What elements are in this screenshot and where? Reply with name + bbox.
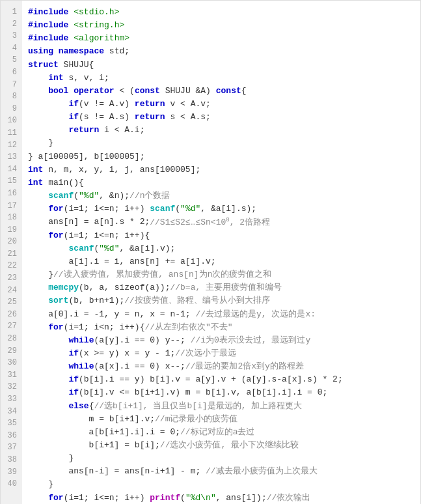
code-line: m = b[i+1].v;//m记录最小的疲劳值	[28, 413, 415, 426]
line-number: 3	[3, 30, 17, 42]
line-number: 18	[3, 212, 17, 224]
line-number: 7	[3, 79, 17, 91]
line-number: 9	[3, 103, 17, 115]
code-line: if(b[i].v <= b[i+1].v) m = b[i].v, a[b[i…	[28, 386, 415, 399]
line-number: 13	[3, 151, 17, 163]
code-line: for(i=1; i<=n; i++) printf("%d\n", ans[i…	[28, 492, 415, 504]
line-number: 6	[3, 66, 17, 79]
line-number: 16	[3, 188, 17, 200]
code-line: sort(b, b+n+1);//按疲劳值、路程、编号从小到大排序	[28, 294, 415, 307]
line-number: 39	[3, 466, 17, 479]
line-number: 26	[3, 309, 17, 321]
code-line: struct SHUJU{	[28, 59, 415, 72]
line-number: 11	[3, 127, 17, 139]
line-number: 34	[3, 406, 17, 418]
line-number-gutter: 1234567891011121314151617181920212223242…	[1, 1, 21, 504]
code-line: int main(){	[28, 176, 415, 189]
line-number: 22	[3, 260, 17, 272]
line-number: 20	[3, 236, 17, 248]
code-line: #include <string.h>	[28, 19, 415, 32]
code-line: bool operator < (const SHUJU &A) const{	[28, 85, 415, 98]
line-number: 37	[3, 441, 17, 454]
code-line: for(i=1; i<n; i++){//从左到右依次"不去"	[28, 321, 415, 334]
line-number: 10	[3, 115, 17, 127]
line-number: 38	[3, 454, 17, 466]
code-line: }	[28, 137, 415, 150]
line-number: 12	[3, 139, 17, 152]
line-number: 35	[3, 417, 17, 430]
line-number: 27	[3, 320, 17, 333]
line-number: 8	[3, 91, 17, 103]
code-line: for(i=1; i<=n; i++) scanf("%d", &a[i].s)…	[28, 203, 415, 216]
code-line: while(a[y].i == 0) y--; //i为0表示没去过, 最远到过…	[28, 334, 415, 347]
line-number: 4	[3, 42, 17, 55]
code-line: #include <algorithm>	[28, 32, 415, 45]
code-content: #include <stdio.h>#include <string.h>#in…	[21, 1, 420, 504]
code-line: int s, v, i;	[28, 72, 415, 85]
code-line: }	[28, 478, 415, 491]
line-number: 29	[3, 345, 17, 357]
line-number: 31	[3, 369, 17, 382]
code-line: else{//选b[i+1], 当且仅当b[i]是最远的, 加上路程更大	[28, 400, 415, 413]
code-line: a[i].i = i, ans[n] += a[i].v;	[28, 255, 415, 268]
line-number: 17	[3, 200, 17, 212]
code-line: }	[28, 452, 415, 465]
code-line: for(i=1; i<=n; i++){	[28, 229, 415, 242]
code-line: scanf("%d", &a[i].v);	[28, 242, 415, 255]
code-line: a[0].i = -1, y = n, x = n-1; //去过最远的是y, …	[28, 308, 415, 321]
code-line: } a[100005], b[100005];	[28, 150, 415, 163]
line-number: 14	[3, 163, 17, 176]
line-number: 5	[3, 54, 17, 66]
code-line: if(v != A.v) return v < A.v;	[28, 98, 415, 111]
code-line: ans[n] = a[n].s * 2;//S1≤S2≤…≤Sn<108, 2倍…	[28, 216, 415, 229]
code-line: #include <stdio.h>	[28, 6, 415, 19]
code-line: if(b[i].i == y) b[i].v = a[y].v + (a[y].…	[28, 373, 415, 386]
line-number: 15	[3, 175, 17, 188]
code-line: if(x >= y) x = y - 1;//次远小于最远	[28, 347, 415, 360]
code-line: memcpy(b, a, sizeof(a));//b=a, 主要用疲劳值和编号	[28, 281, 415, 294]
line-number: 21	[3, 248, 17, 260]
line-number: 23	[3, 272, 17, 285]
code-window: 1234567891011121314151617181920212223242…	[0, 0, 421, 504]
line-number: 32	[3, 381, 17, 393]
code-line: ans[n-i] = ans[n-i+1] - m; //减去最小疲劳值为上次最…	[28, 465, 415, 478]
code-line: using namespace std;	[28, 45, 415, 58]
code-editor: 1234567891011121314151617181920212223242…	[0, 0, 421, 504]
line-number: 33	[3, 393, 17, 406]
code-line: a[b[i+1].i].i = 0;//标记对应的a去过	[28, 426, 415, 439]
code-line: while(a[x].i == 0) x--;//最远的要加2倍x到y的路程差	[28, 360, 415, 373]
code-line: return i < A.i;	[28, 124, 415, 137]
line-number: 40	[3, 478, 17, 490]
line-number: 19	[3, 224, 17, 236]
code-line: }//读入疲劳值, 累加疲劳值, ans[n]为n次的疲劳值之和	[28, 268, 415, 281]
code-line: scanf("%d", &n);//n个数据	[28, 189, 415, 203]
code-line: if(s != A.s) return s < A.s;	[28, 111, 415, 124]
line-number: 28	[3, 333, 17, 345]
code-line: int n, m, x, y, i, j, ans[100005];	[28, 163, 415, 176]
line-number: 1	[3, 6, 17, 18]
line-number: 36	[3, 430, 17, 442]
code-line: b[i+1] = b[i];//选次小疲劳值, 最小下次继续比较	[28, 439, 415, 452]
line-number: 2	[3, 18, 17, 31]
line-number: 30	[3, 357, 17, 369]
line-number: 24	[3, 285, 17, 297]
line-number: 25	[3, 296, 17, 309]
